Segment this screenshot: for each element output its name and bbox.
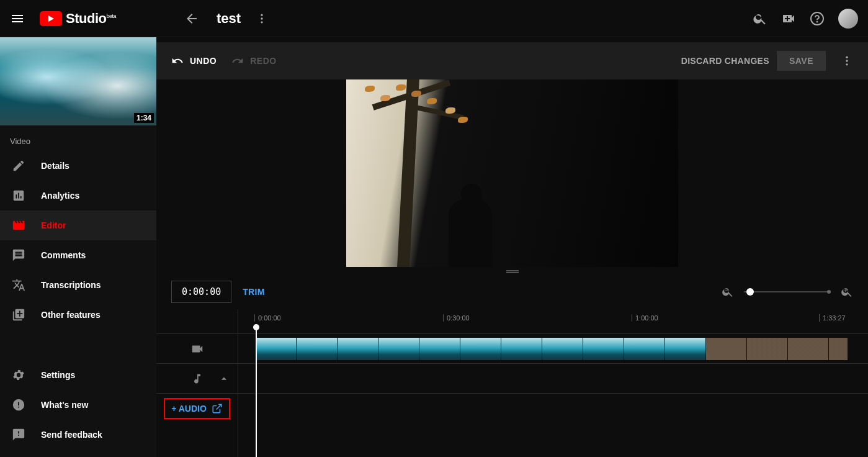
video-track[interactable] [238, 334, 868, 364]
chevron-up-icon [218, 373, 230, 385]
sidebar-item-label: Editor [41, 220, 66, 230]
svg-point-4 [817, 21, 818, 22]
editor-toolbar: UNDO REDO DISCARD CHANGES SAVE [156, 42, 868, 79]
svg-point-5 [846, 57, 848, 58]
help-icon[interactable] [810, 11, 825, 26]
svg-point-2 [261, 21, 262, 23]
clip-thumbnail [419, 338, 460, 360]
video-thumbnail[interactable]: 1:34 [0, 37, 156, 125]
studio-text: Studiobeta [66, 11, 116, 27]
ruler-tick: 1:33:27 [823, 314, 846, 322]
clip-thumbnail [338, 338, 378, 360]
sidebar-item-label: Details [41, 161, 69, 171]
audio-track-header[interactable] [156, 364, 238, 394]
save-button[interactable]: SAVE [777, 51, 826, 71]
editor-content: UNDO REDO DISCARD CHANGES SAVE [156, 37, 868, 457]
panel-resize-handle[interactable] [156, 267, 868, 274]
editor-icon [11, 218, 26, 233]
clip-thumbnail [665, 338, 705, 360]
clip-thumbnail [624, 338, 664, 360]
title-more-icon[interactable] [256, 12, 268, 25]
clip-thumbnail [297, 338, 337, 360]
youtube-logo-icon [40, 11, 62, 26]
sidebar-item-settings[interactable]: Settings [0, 360, 156, 390]
pencil-icon [11, 158, 26, 173]
preview-frame [346, 79, 678, 267]
feedback-icon [11, 427, 26, 442]
add-audio-button[interactable]: + AUDIO [164, 398, 230, 419]
timeline: + AUDIO 0:00:00 0:30:00 1:00:00 1:33:27 [156, 309, 868, 457]
sidebar-item-comments[interactable]: Comments [0, 240, 156, 270]
clip-thumbnail [747, 338, 787, 360]
announcement-icon [11, 397, 26, 412]
sidebar-item-label: What's new [41, 400, 88, 410]
sidebar: 1:34 Video Details Analytics Editor Comm… [0, 37, 156, 457]
redo-button[interactable]: REDO [231, 55, 276, 67]
avatar[interactable] [838, 9, 858, 29]
translate-icon [11, 278, 26, 292]
video-preview [156, 79, 868, 267]
video-camera-icon [190, 342, 204, 356]
clip-thumbnail [788, 338, 828, 360]
svg-point-6 [846, 60, 848, 61]
audio-track[interactable] [238, 364, 868, 394]
clip-thumbnail [829, 338, 848, 360]
timecode-display[interactable]: 0:00:00 [171, 281, 231, 303]
zoom-out-icon[interactable] [722, 286, 734, 298]
analytics-icon [11, 188, 26, 203]
sidebar-section-label: Video [0, 125, 156, 151]
undo-button[interactable]: UNDO [171, 55, 217, 67]
timeline-ruler[interactable]: 0:00:00 0:30:00 1:00:00 1:33:27 [238, 309, 868, 334]
clip-thumbnail [542, 338, 583, 360]
ruler-tick: 0:00:00 [258, 314, 281, 322]
ruler-tick: 1:00:00 [635, 314, 658, 322]
comments-icon [11, 248, 26, 263]
topbar-right [753, 9, 858, 29]
sidebar-item-label: Comments [41, 250, 86, 260]
video-track-header [156, 334, 238, 364]
sidebar-item-transcriptions[interactable]: Transcriptions [0, 270, 156, 300]
sidebar-item-label: Other features [41, 310, 101, 320]
clip-thumbnail [706, 338, 746, 360]
timeline-controls: 0:00:00 TRIM [156, 274, 868, 309]
youtube-studio-logo[interactable]: Studiobeta [40, 11, 116, 27]
sidebar-item-whats-new[interactable]: What's new [0, 390, 156, 420]
addon-icon [11, 307, 26, 322]
trim-button[interactable]: TRIM [243, 287, 264, 297]
zoom-slider[interactable] [744, 291, 831, 292]
video-title: test [217, 11, 241, 27]
discard-button[interactable]: DISCARD CHANGES [681, 56, 769, 66]
svg-point-7 [846, 63, 848, 65]
music-note-icon [191, 373, 204, 385]
sidebar-item-label: Send feedback [41, 430, 102, 440]
back-arrow-icon[interactable] [184, 11, 199, 26]
clip-thumbnail [583, 338, 624, 360]
sidebar-item-label: Settings [41, 370, 75, 380]
top-bar: Studiobeta test [0, 0, 868, 37]
sidebar-item-editor[interactable]: Editor [0, 210, 156, 240]
clip-thumbnail [378, 338, 419, 360]
svg-point-0 [261, 14, 262, 16]
hamburger-menu-icon[interactable] [10, 11, 25, 26]
sidebar-item-label: Analytics [41, 191, 79, 201]
search-icon[interactable] [753, 11, 767, 26]
svg-point-1 [261, 17, 262, 19]
track-headers: + AUDIO [156, 309, 238, 457]
duration-badge: 1:34 [134, 113, 154, 123]
sidebar-item-feedback[interactable]: Send feedback [0, 420, 156, 450]
create-video-icon[interactable] [781, 11, 796, 26]
sidebar-item-analytics[interactable]: Analytics [0, 181, 156, 210]
playhead[interactable] [256, 327, 257, 457]
ruler-tick: 0:30:00 [447, 314, 470, 322]
clip-thumbnail [501, 338, 542, 360]
clip-thumbnail [256, 338, 296, 360]
track-body[interactable]: 0:00:00 0:30:00 1:00:00 1:33:27 [238, 309, 868, 457]
sidebar-item-label: Transcriptions [41, 280, 101, 290]
zoom-in-icon[interactable] [841, 286, 853, 298]
clip-thumbnail [460, 338, 501, 360]
sidebar-item-other[interactable]: Other features [0, 300, 156, 330]
toolbar-more-icon[interactable] [841, 55, 853, 67]
gear-icon [11, 368, 26, 382]
sidebar-item-details[interactable]: Details [0, 151, 156, 181]
open-external-icon [212, 403, 223, 414]
